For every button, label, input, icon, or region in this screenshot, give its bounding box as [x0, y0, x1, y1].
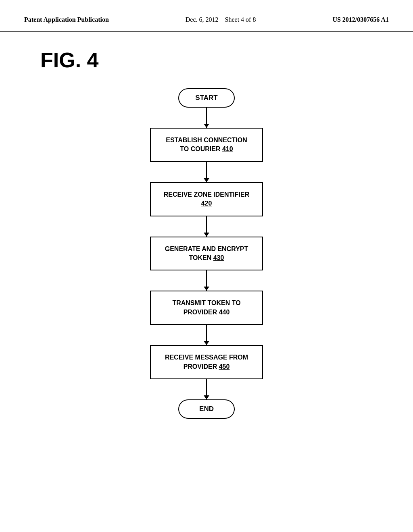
step-410-box: ESTABLISH CONNECTIONTO COURIER 410: [150, 128, 263, 162]
step-450-text: RECEIVE MESSAGE FROMPROVIDER 450: [165, 354, 248, 370]
arrow-1: [206, 108, 207, 128]
header-center: Dec. 6, 2012 Sheet 4 of 8: [186, 16, 256, 23]
step-420-node: RECEIVE ZONE IDENTIFIER420: [150, 182, 263, 216]
end-box: END: [178, 399, 235, 419]
start-box: START: [178, 88, 235, 108]
start-node: START: [178, 88, 235, 108]
end-label: END: [199, 405, 214, 413]
step-450-node: RECEIVE MESSAGE FROMPROVIDER 450: [150, 345, 263, 379]
step-430-text: GENERATE AND ENCRYPTTOKEN 430: [165, 245, 248, 261]
end-node: END: [178, 399, 235, 419]
step-410-text: ESTABLISH CONNECTIONTO COURIER 410: [166, 137, 247, 152]
publication-date: Dec. 6, 2012: [186, 16, 219, 23]
patent-number: US 2012/0307656 A1: [332, 16, 389, 23]
publication-label: Patent Application Publication: [24, 16, 109, 23]
arrow-4: [206, 270, 207, 291]
step-430-box: GENERATE AND ENCRYPTTOKEN 430: [150, 237, 263, 271]
step-410-node: ESTABLISH CONNECTIONTO COURIER 410: [150, 128, 263, 162]
step-430-node: GENERATE AND ENCRYPTTOKEN 430: [150, 237, 263, 271]
step-450-box: RECEIVE MESSAGE FROMPROVIDER 450: [150, 345, 263, 379]
flowchart: START ESTABLISH CONNECTIONTO COURIER 410…: [24, 88, 389, 419]
step-440-box: TRANSMIT TOKEN TOPROVIDER 440: [150, 291, 263, 325]
start-label: START: [195, 94, 217, 102]
arrow-3: [206, 216, 207, 237]
step-420-box: RECEIVE ZONE IDENTIFIER420: [150, 182, 263, 216]
arrow-6: [206, 379, 207, 399]
step-440-node: TRANSMIT TOKEN TOPROVIDER 440: [150, 291, 263, 325]
arrow-2: [206, 162, 207, 182]
arrow-5: [206, 325, 207, 345]
page-header: Patent Application Publication Dec. 6, 2…: [0, 0, 413, 32]
sheet-info: Sheet 4 of 8: [225, 16, 256, 23]
step-420-text: RECEIVE ZONE IDENTIFIER420: [164, 191, 249, 207]
step-440-text: TRANSMIT TOKEN TOPROVIDER 440: [172, 299, 240, 315]
figure-label: FIG. 4: [40, 48, 98, 72]
main-content: FIG. 4 START ESTABLISH CONNECTIONTO COUR…: [0, 32, 413, 435]
